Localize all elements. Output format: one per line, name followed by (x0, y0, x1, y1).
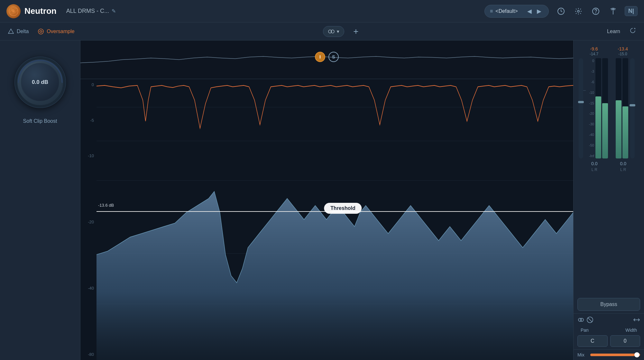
oversample-button[interactable]: Oversample (38, 28, 74, 35)
lr-label-left: L R (592, 167, 597, 172)
meter-bar-R2 (622, 58, 628, 158)
preset-prev-button[interactable]: ◀ (525, 7, 534, 15)
svg-point-6 (577, 10, 579, 12)
pan-label: Pan (581, 328, 589, 333)
width-value-display[interactable]: 0 (610, 335, 640, 347)
meter1-bottom-value: 0.0 (591, 161, 597, 166)
solo-button[interactable]: S (328, 52, 339, 62)
mix-slider-thumb[interactable] (634, 352, 639, 357)
preset-name: <Default> (495, 8, 523, 14)
bypass-button[interactable]: Bypass (577, 298, 640, 311)
pan-width-inputs: C 0 (577, 335, 640, 347)
center-panel: I S 0 -5 -10 -2 (80, 40, 573, 360)
help-button[interactable] (590, 5, 602, 17)
waveform-overview: I S (80, 40, 573, 79)
soft-clip-boost-knob[interactable]: 0.0 dB (14, 57, 66, 108)
svg-point-16 (580, 318, 584, 321)
edit-track-name-icon[interactable]: ✎ (112, 8, 116, 14)
meter2-peak-value: -13.4 (618, 46, 628, 51)
phase-icon (586, 316, 593, 325)
main-visualizer: 0 -5 -10 -20 -40 -80 (80, 79, 573, 360)
track-name: ALL DRMS - C... ✎ (66, 8, 116, 14)
left-channel-slider[interactable] (578, 101, 584, 103)
meter2-bottom-value: 0.0 (620, 161, 626, 166)
meter1-peak-value: -9.6 (590, 46, 598, 51)
waveform-buttons: I S (315, 52, 339, 62)
mix-section: Mix (574, 349, 644, 360)
pan-value-display[interactable]: C (577, 335, 608, 347)
svg-point-2 (13, 10, 14, 12)
right-panel: -9.6 -14.7 -13.4 -15.0 0 (573, 40, 644, 360)
preset-navigation: ◀ ▶ (525, 7, 543, 15)
pan-width-icons-row (577, 316, 640, 325)
mix-label: Mix (577, 352, 587, 357)
isolate-button[interactable]: I (315, 52, 325, 62)
width-icon (633, 316, 640, 325)
header-icons: N| (555, 5, 638, 17)
pan-width-section: Pan Width C 0 (574, 313, 644, 349)
history-button[interactable] (555, 5, 567, 17)
threshold-db-label: -13.6 dB (98, 203, 114, 208)
mix-slider[interactable] (590, 354, 640, 356)
delta-button[interactable]: Delta (8, 28, 29, 35)
width-label: Width (625, 328, 637, 333)
antenna-button[interactable] (607, 5, 619, 17)
soft-clip-boost-label: Soft Clip Boost (23, 118, 57, 124)
meter-bar-R1 (602, 58, 608, 158)
ni-logo-badge: N| (625, 6, 638, 16)
right-channel-slider[interactable] (630, 104, 635, 106)
left-panel: 0.0 dB Soft Clip Boost (0, 40, 80, 360)
reset-button[interactable] (629, 27, 636, 36)
db-scale-left: 0 -5 -10 -20 -40 -80 (80, 79, 97, 360)
svg-point-14 (16, 58, 64, 106)
main-layout: 0.0 dB Soft Clip Boost I S (0, 40, 644, 360)
preset-menu-icon: ≡ (490, 8, 493, 14)
meter-bar-L2 (616, 58, 621, 158)
threshold-tooltip[interactable]: Threshold (324, 203, 362, 214)
svg-point-8 (595, 13, 596, 13)
toolbar: Delta Oversample ▾ + Learn (0, 22, 644, 40)
meters-section: -9.6 -14.7 -13.4 -15.0 0 (574, 40, 644, 295)
spectrum-display (97, 79, 573, 360)
logo-area: Neutron (6, 4, 57, 18)
preset-next-button[interactable]: ▶ (535, 7, 543, 15)
meter2-rms-value: -15.0 (618, 52, 627, 56)
settings-button[interactable] (573, 5, 584, 17)
svg-line-18 (588, 318, 592, 322)
learn-button[interactable]: Learn (607, 29, 620, 34)
pan-icon (577, 316, 584, 325)
neutron-logo-icon (6, 4, 21, 18)
link-button[interactable]: ▾ (323, 26, 344, 37)
preset-selector[interactable]: ≡ <Default> ◀ ▶ (484, 5, 549, 18)
header: Neutron ALL DRMS - C... ✎ ≡ <Default> ◀ … (0, 0, 644, 22)
meter-bar-L1 (595, 58, 601, 158)
lr-label-right: L R (620, 167, 626, 172)
add-module-button[interactable]: + (353, 27, 358, 36)
svg-point-10 (38, 29, 43, 34)
meter1-rms-value: -14.7 (590, 52, 598, 56)
app-title: Neutron (24, 6, 57, 16)
pan-width-labels: Pan Width (577, 328, 640, 333)
